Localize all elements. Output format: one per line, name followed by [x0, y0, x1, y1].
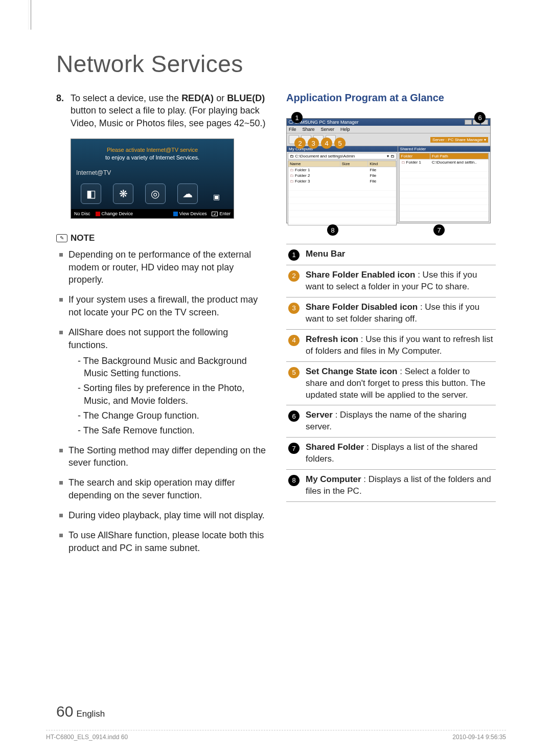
- path-text: C:\Document and settings\Admin: [295, 154, 355, 158]
- menu-share: Share: [303, 127, 315, 132]
- left-column: 8. To select a device, use the RED(A) or…: [56, 92, 266, 561]
- itv-app-icon: ▣: [210, 190, 224, 204]
- itv-app-icon: ❋: [113, 184, 133, 204]
- cell: Folder 1: [288, 167, 340, 173]
- legend-bold: Share Folder Disabled icon: [306, 302, 418, 312]
- menu-file: File: [289, 127, 296, 132]
- itv-msg-2: to enjoy a variety of Internet Services.: [75, 154, 229, 162]
- legend-bold: Refresh icon: [306, 334, 358, 344]
- cell: [340, 173, 368, 178]
- note-item: If your system uses a firewall, the prod…: [56, 293, 266, 319]
- red-a-icon: [96, 212, 100, 216]
- col-name: Name: [288, 161, 340, 167]
- print-footer: HT-C6800_ELS_0914.indd 60 2010-09-14 9:5…: [46, 730, 506, 741]
- note-icon: [56, 234, 67, 242]
- blue-d-label: BLUE(D): [227, 93, 265, 103]
- cell: File: [368, 173, 396, 178]
- note-subitem: - The Safe Remove function.: [78, 424, 266, 437]
- legend-bold: My Computer: [306, 474, 361, 484]
- legend-bold: Server: [306, 410, 333, 420]
- legend-num: 8: [288, 475, 300, 486]
- note-item: Depending on te performance of the exter…: [56, 248, 266, 286]
- path-bar: 🗀 C:\Document and settings\Admin ▾ 🗀: [288, 153, 397, 159]
- note-subitem: - Sorting files by preference in the Pho…: [78, 382, 266, 407]
- callout-6: 6: [474, 112, 486, 123]
- itv-change-device: Change Device: [102, 211, 133, 216]
- window-titlebar: 🖵 SAMSUNG PC Share Manager: [287, 119, 490, 126]
- cell: [340, 167, 368, 173]
- pc-share-manager-window: 🖵 SAMSUNG PC Share Manager File Share Se…: [286, 118, 491, 223]
- notes-list: Depending on te performance of the exter…: [56, 248, 266, 555]
- cell: C:\Document and settin..: [430, 159, 489, 165]
- menu-bar: File Share Server Help: [287, 126, 490, 133]
- legend-num: 3: [288, 303, 300, 314]
- right-column: Application Program at a Glance 1 2 3 4 …: [286, 92, 496, 561]
- callout-3: 3: [308, 138, 319, 149]
- legend-row: 2 Share Folder Enabled icon : Use this i…: [286, 265, 496, 297]
- cell: File: [368, 178, 396, 184]
- blue-d-icon: [173, 212, 178, 216]
- legend-row: 6 Server : Displays the name of the shar…: [286, 405, 496, 438]
- callout-5: 5: [334, 138, 346, 149]
- legend-row: 8 My Computer : Displays a list of the f…: [286, 470, 496, 502]
- menu-server: Server: [321, 127, 335, 132]
- page-language: English: [76, 709, 105, 719]
- app-program-heading: Application Program at a Glance: [286, 92, 496, 104]
- col-size: Size: [340, 161, 368, 167]
- legend-table: 1 Menu Bar 2 Share Folder Enabled icon :…: [286, 244, 496, 502]
- cell: Folder 1: [400, 159, 430, 165]
- pane-head-shared: Shared Folder: [398, 146, 490, 152]
- step-text-a: To select a device, use the: [71, 93, 181, 103]
- itv-msg-1: Please activate Internet@TV service: [75, 146, 229, 154]
- itv-app-icon: ☁: [177, 184, 198, 204]
- my-computer-pane: My Computer 🗀 C:\Document and settings\A…: [287, 146, 398, 223]
- itv-view-devices: View Devices: [179, 211, 207, 216]
- red-a-label: RED(A): [181, 93, 214, 103]
- callout-7: 7: [433, 224, 445, 236]
- legend-num: 5: [288, 367, 300, 378]
- legend-bold: Set Change State icon: [306, 366, 397, 376]
- note-heading: NOTE: [56, 233, 266, 243]
- right-grid: Folder Full Path Folder 1C:\Document and…: [399, 153, 489, 222]
- callout-4: 4: [321, 138, 332, 149]
- note-item: AllShare does not support the following …: [56, 326, 266, 437]
- itv-app-icon: ◎: [145, 184, 166, 204]
- legend-bold: Menu Bar: [306, 249, 345, 259]
- page-number-value: 60: [56, 703, 73, 720]
- itv-section-label: Internet@TV: [71, 167, 234, 178]
- cell: Folder 2: [288, 173, 340, 178]
- legend-num: 1: [288, 249, 300, 261]
- col-fullpath: Full Path: [430, 153, 489, 159]
- footer-filename: HT-C6800_ELS_0914.indd 60: [46, 734, 128, 741]
- app-screenshot-wrap: 1 2 3 4 5 6 7 8 🖵 SAMSUNG PC Share Manag…: [286, 110, 491, 235]
- blank-rows: [400, 165, 489, 221]
- section-heading: Network Services: [56, 50, 496, 78]
- min-icon: [465, 120, 472, 125]
- itv-nodisc: No Disc: [74, 211, 90, 216]
- legend-bold: Share Folder Enabled icon: [306, 270, 415, 280]
- cell: File: [368, 167, 396, 173]
- note-item: The Sorting method may differ depending …: [56, 444, 266, 470]
- page-number: 60English: [56, 703, 105, 720]
- col-folder: Folder: [400, 153, 430, 159]
- note-item-text: AllShare does not support the following …: [68, 327, 228, 350]
- legend-row: 7 Shared Folder : Displays a list of the…: [286, 438, 496, 470]
- itv-bottom-bar: No Disc Change Device View Devices ↲Ente…: [71, 209, 234, 218]
- path-dropdown-icon: ▾ 🗀: [387, 154, 394, 158]
- step-number: 8.: [56, 92, 71, 129]
- legend-num: 2: [288, 270, 300, 282]
- itv-app-icon: ◧: [81, 184, 101, 204]
- legend-bold: Shared Folder: [306, 442, 364, 452]
- cell: Folder 3: [288, 178, 340, 184]
- note-item: To use AllShare function, please locate …: [56, 529, 266, 555]
- step-8: 8. To select a device, use the RED(A) or…: [56, 92, 266, 129]
- itv-icons-row: ◧ ❋ ◎ ☁ ▣: [71, 178, 234, 209]
- menu-help: Help: [340, 127, 350, 132]
- callout-8: 8: [327, 224, 338, 236]
- note-item: The search and skip operation may differ…: [56, 476, 266, 502]
- shared-folder-pane: Shared Folder Folder Full Path Folder 1C…: [398, 146, 490, 223]
- cell: [340, 178, 368, 184]
- note-subitem: - The Change Group function.: [78, 409, 266, 422]
- legend-row: 4 Refresh icon : Use this if you want to…: [286, 330, 496, 362]
- legend-row: 1 Menu Bar: [286, 244, 496, 265]
